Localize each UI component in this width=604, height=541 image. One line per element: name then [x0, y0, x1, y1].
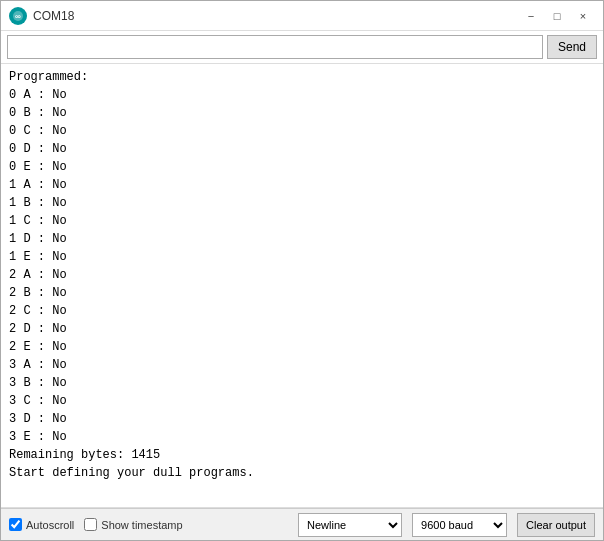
app-icon: ∞: [9, 7, 27, 25]
timestamp-group: Show timestamp: [84, 518, 182, 531]
input-bar: Send: [1, 31, 603, 64]
clear-output-button[interactable]: Clear output: [517, 513, 595, 537]
minimize-button[interactable]: −: [519, 6, 543, 26]
serial-monitor-window: ∞ COM18 − □ × Send Programmed: 0 A : No …: [0, 0, 604, 541]
window-controls: − □ ×: [519, 6, 595, 26]
serial-input[interactable]: [7, 35, 543, 59]
baud-dropdown[interactable]: 300 baud1200 baud2400 baud4800 baud9600 …: [412, 513, 507, 537]
timestamp-checkbox[interactable]: [84, 518, 97, 531]
serial-output: Programmed: 0 A : No 0 B : No 0 C : No 0…: [1, 64, 603, 508]
maximize-button[interactable]: □: [545, 6, 569, 26]
status-bar: Autoscroll Show timestamp No line ending…: [1, 508, 603, 540]
autoscroll-group: Autoscroll: [9, 518, 74, 531]
send-button[interactable]: Send: [547, 35, 597, 59]
close-button[interactable]: ×: [571, 6, 595, 26]
window-title: COM18: [33, 9, 519, 23]
timestamp-label[interactable]: Show timestamp: [101, 519, 182, 531]
title-bar: ∞ COM18 − □ ×: [1, 1, 603, 31]
autoscroll-checkbox[interactable]: [9, 518, 22, 531]
autoscroll-label[interactable]: Autoscroll: [26, 519, 74, 531]
svg-text:∞: ∞: [15, 12, 21, 21]
newline-dropdown[interactable]: No line endingNewlineCarriage returnBoth…: [298, 513, 402, 537]
